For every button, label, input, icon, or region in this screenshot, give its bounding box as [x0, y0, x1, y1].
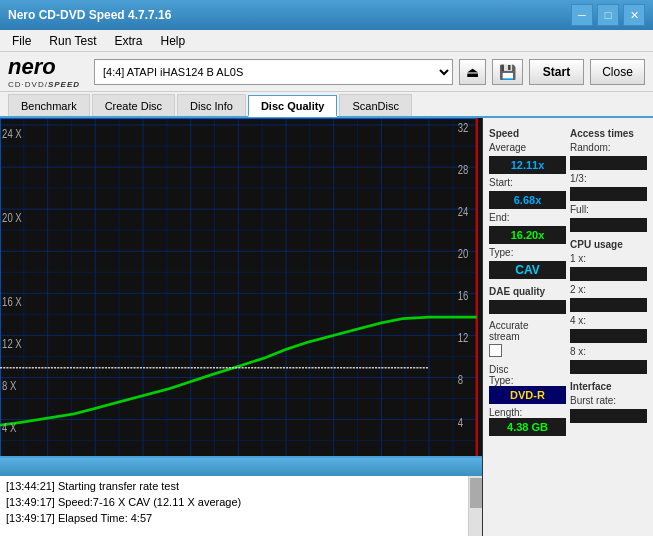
- disc-type-value: DVD-R: [489, 386, 566, 404]
- access-times-title: Access times: [570, 128, 647, 139]
- stream-label: stream: [489, 331, 566, 342]
- burst-label: Burst rate:: [570, 395, 647, 406]
- eject-button[interactable]: ⏏: [459, 59, 486, 85]
- menu-file[interactable]: File: [4, 32, 39, 50]
- svg-text:32: 32: [458, 121, 469, 135]
- menu-help[interactable]: Help: [153, 32, 194, 50]
- cpu-4x-value: [570, 329, 647, 343]
- type-value: CAV: [489, 261, 566, 279]
- tab-disc-info[interactable]: Disc Info: [177, 94, 246, 116]
- log-line-1: [13:44:21] Starting transfer rate test: [6, 478, 476, 494]
- accurate-stream-checkbox-row: [489, 344, 566, 357]
- tab-create-disc[interactable]: Create Disc: [92, 94, 175, 116]
- svg-text:24 X: 24 X: [2, 126, 22, 140]
- close-button[interactable]: Close: [590, 59, 645, 85]
- speed-col: Speed Average 12.11x Start: 6.68x End: 1…: [489, 124, 566, 530]
- dae-value: [489, 300, 566, 314]
- random-label: Random:: [570, 142, 647, 153]
- tab-benchmark[interactable]: Benchmark: [8, 94, 90, 116]
- average-label: Average: [489, 142, 566, 153]
- svg-text:12: 12: [458, 331, 469, 345]
- svg-text:8 X: 8 X: [2, 379, 17, 393]
- cpu-2x-label: 2 x:: [570, 284, 647, 295]
- svg-text:4: 4: [458, 415, 463, 429]
- title-bar: Nero CD-DVD Speed 4.7.7.16 ─ □ ✕: [0, 0, 653, 30]
- tab-scandisc[interactable]: ScanDisc: [339, 94, 411, 116]
- toolbar: nero CD·DVD/SPEED [4:4] ATAPI iHAS124 B …: [0, 52, 653, 92]
- cpu-4x-label: 4 x:: [570, 315, 647, 326]
- chart-area: 24 X 20 X 16 X 12 X 8 X 4 X 32 28 24 20 …: [0, 118, 483, 536]
- maximize-button[interactable]: □: [597, 4, 619, 26]
- svg-text:20: 20: [458, 247, 469, 261]
- onethird-label: 1/3:: [570, 173, 647, 184]
- end-value: 16.20x: [489, 226, 566, 244]
- accurate-label: Accurate: [489, 320, 566, 331]
- cpu-1x-value: [570, 267, 647, 281]
- random-value: [570, 156, 647, 170]
- svg-text:20 X: 20 X: [2, 211, 22, 225]
- menu-bar: File Run Test Extra Help: [0, 30, 653, 52]
- tab-bar: Benchmark Create Disc Disc Info Disc Qua…: [0, 92, 653, 118]
- info-panel: Speed Average 12.11x Start: 6.68x End: 1…: [483, 118, 653, 536]
- log-scrollbar[interactable]: [468, 476, 482, 536]
- main-content: 24 X 20 X 16 X 12 X 8 X 4 X 32 28 24 20 …: [0, 118, 653, 536]
- access-col: Access times Random: 1/3: Full: CPU usag…: [570, 124, 647, 530]
- burst-value: [570, 409, 647, 423]
- drive-select[interactable]: [4:4] ATAPI iHAS124 B AL0S: [94, 59, 453, 85]
- type-label: Type:: [489, 247, 566, 258]
- tab-disc-quality[interactable]: Disc Quality: [248, 95, 338, 117]
- cpu-8x-value: [570, 360, 647, 374]
- cpu-8x-label: 8 x:: [570, 346, 647, 357]
- nero-logo-sub: CD·DVD/SPEED: [8, 80, 80, 89]
- svg-text:16: 16: [458, 289, 469, 303]
- log-area: [13:44:21] Starting transfer rate test […: [0, 456, 482, 536]
- svg-text:16 X: 16 X: [2, 295, 22, 309]
- menu-extra[interactable]: Extra: [106, 32, 150, 50]
- full-value: [570, 218, 647, 232]
- nero-logo-text: nero: [8, 54, 80, 80]
- svg-text:12 X: 12 X: [2, 337, 22, 351]
- disc-type-label: Type:: [489, 375, 566, 386]
- close-window-button[interactable]: ✕: [623, 4, 645, 26]
- dae-title: DAE quality: [489, 286, 566, 297]
- start-value: 6.68x: [489, 191, 566, 209]
- save-button[interactable]: 💾: [492, 59, 523, 85]
- average-value: 12.11x: [489, 156, 566, 174]
- disc-section: Disc Type: DVD-R Length: 4.38 GB: [489, 364, 566, 436]
- svg-text:8: 8: [458, 373, 463, 387]
- interface-title: Interface: [570, 381, 647, 392]
- menu-run-test[interactable]: Run Test: [41, 32, 104, 50]
- log-line-2: [13:49:17] Speed:7-16 X CAV (12.11 X ave…: [6, 494, 476, 510]
- speed-title: Speed: [489, 128, 566, 139]
- info-columns: Speed Average 12.11x Start: 6.68x End: 1…: [489, 124, 647, 530]
- svg-text:28: 28: [458, 163, 469, 177]
- accurate-stream-checkbox[interactable]: [489, 344, 502, 357]
- minimize-button[interactable]: ─: [571, 4, 593, 26]
- log-content: [13:44:21] Starting transfer rate test […: [0, 476, 482, 536]
- cpu-title: CPU usage: [570, 239, 647, 250]
- svg-text:24: 24: [458, 205, 469, 219]
- title-text: Nero CD-DVD Speed 4.7.7.16: [8, 8, 171, 22]
- log-header: [0, 458, 482, 476]
- start-button[interactable]: Start: [529, 59, 584, 85]
- end-label: End:: [489, 212, 566, 223]
- disc-label: Disc: [489, 364, 566, 375]
- nero-logo: nero CD·DVD/SPEED: [8, 54, 80, 89]
- title-controls: ─ □ ✕: [571, 4, 645, 26]
- start-label: Start:: [489, 177, 566, 188]
- length-value: 4.38 GB: [489, 418, 566, 436]
- length-label: Length:: [489, 407, 566, 418]
- svg-text:4 X: 4 X: [2, 421, 17, 435]
- full-label: Full:: [570, 204, 647, 215]
- onethird-value: [570, 187, 647, 201]
- cpu-1x-label: 1 x:: [570, 253, 647, 264]
- cpu-2x-value: [570, 298, 647, 312]
- accurate-stream-section: Accurate stream: [489, 320, 566, 357]
- log-line-3: [13:49:17] Elapsed Time: 4:57: [6, 510, 476, 526]
- scrollbar-thumb[interactable]: [470, 478, 482, 508]
